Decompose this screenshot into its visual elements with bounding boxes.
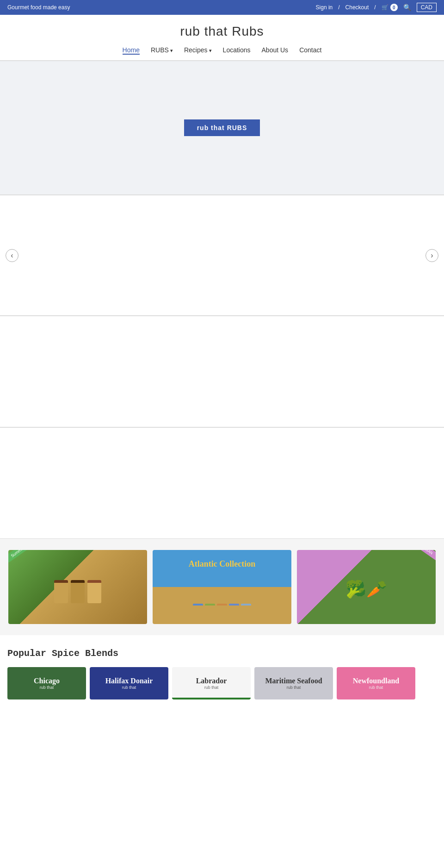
- spice-name-maritime: Maritime Seafood: [265, 677, 322, 685]
- spice-card-labrador[interactable]: Labrador rub that: [172, 667, 251, 699]
- popular-title: Popular Spice Blends: [7, 648, 437, 659]
- cad-button[interactable]: CAD: [417, 3, 437, 12]
- spice-sub-labrador: rub that: [204, 685, 219, 690]
- spice-card-halifax[interactable]: Halifax Donair rub that: [90, 667, 168, 699]
- nav-locations[interactable]: Locations: [223, 46, 251, 55]
- search-icon[interactable]: 🔍: [403, 4, 411, 11]
- spice-name-newfoundland: Newfoundland: [353, 677, 399, 685]
- image-gallery: Summer Camping! Atlantic Collection ALL …: [0, 539, 444, 635]
- pkg-3: [217, 604, 227, 620]
- spice-name-labrador: Labrador: [196, 677, 227, 685]
- spice-card-chicago[interactable]: Chicago rub that: [7, 667, 86, 699]
- spice-sub-halifax: rub that: [122, 685, 136, 690]
- package-row: [193, 604, 251, 620]
- gallery-card-camping[interactable]: Summer Camping!: [8, 550, 147, 624]
- cart-icon[interactable]: 🛒 0: [382, 4, 398, 11]
- gallery-card-atlantic[interactable]: Atlantic Collection: [153, 550, 291, 624]
- content-area-1: [0, 316, 444, 427]
- nav-recipes[interactable]: Recipes: [184, 46, 212, 55]
- topbar: Gourmet food made easy Sign in / Checkou…: [0, 0, 444, 15]
- nav-contact[interactable]: Contact: [299, 46, 321, 55]
- spice-sub-newfoundland: rub that: [369, 685, 383, 690]
- cart-count: 0: [390, 4, 398, 11]
- spice-card-newfoundland[interactable]: Newfoundland rub that: [337, 667, 415, 699]
- pkg-2: [205, 604, 215, 620]
- site-header: rub that Rubs: [0, 15, 444, 43]
- site-title: rub that Rubs: [0, 24, 444, 39]
- topbar-right: Sign in / Checkout / 🛒 0 🔍 CAD: [316, 3, 437, 12]
- spice-sub-maritime: rub that: [287, 685, 301, 690]
- spice-name-chicago: Chicago: [34, 677, 60, 685]
- gallery-card-vegan[interactable]: ALL our spice blends are VEGAN 🥦🥕: [297, 550, 436, 624]
- popular-section: Popular Spice Blends Chicago rub that Ha…: [0, 635, 444, 707]
- pkg-5: [241, 604, 251, 620]
- carousel-next[interactable]: ›: [426, 249, 438, 262]
- main-nav: Home RUBS Recipes Locations About Us Con…: [0, 43, 444, 61]
- atlantic-label: Atlantic Collection: [153, 559, 291, 569]
- vegan-ribbon: ALL our spice blends are VEGAN: [380, 550, 436, 560]
- hero-button[interactable]: rub that RUBS: [184, 119, 260, 136]
- nav-about[interactable]: About Us: [262, 46, 289, 55]
- signin-link[interactable]: Sign in: [316, 4, 333, 11]
- pkg-4: [229, 604, 239, 620]
- camping-ribbon: Summer Camping!: [8, 550, 46, 562]
- carousel-section: ‹ ›: [0, 195, 444, 316]
- nav-home[interactable]: Home: [123, 46, 140, 55]
- carousel-prev[interactable]: ‹: [6, 249, 18, 262]
- spice-sub-chicago: rub that: [40, 685, 54, 690]
- nav-rubs[interactable]: RUBS: [151, 46, 173, 55]
- checkout-link[interactable]: Checkout: [345, 4, 369, 11]
- hero-section: rub that RUBS: [0, 61, 444, 195]
- tagline: Gourmet food made easy: [7, 4, 70, 11]
- pkg-1: [193, 604, 203, 620]
- spice-name-halifax: Halifax Donair: [105, 677, 153, 685]
- spice-card-maritime[interactable]: Maritime Seafood rub that: [254, 667, 333, 699]
- spice-grid: Chicago rub that Halifax Donair rub that…: [7, 667, 437, 699]
- vegan-emoji: 🥦🥕: [345, 580, 387, 599]
- labrador-bar: [172, 698, 251, 699]
- content-area-2: [0, 428, 444, 539]
